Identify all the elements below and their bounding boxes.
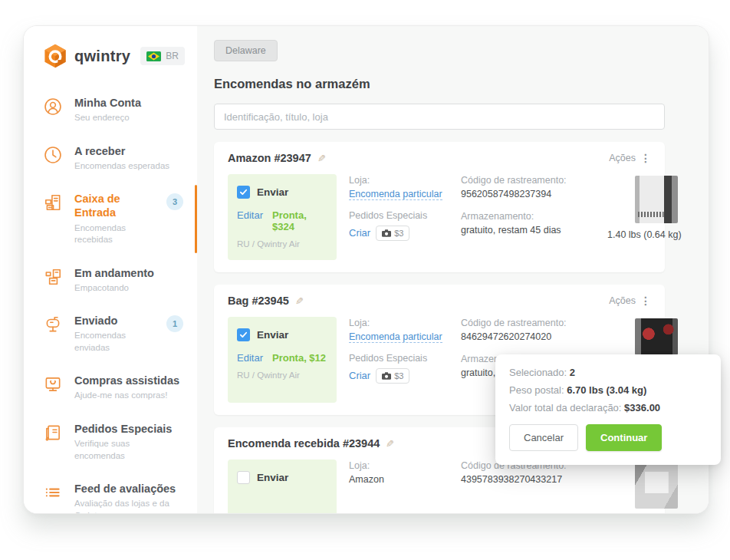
package-photo[interactable] <box>635 176 678 223</box>
shop-label: Loja: <box>349 174 449 186</box>
sidebar-item-sublabel: Encomendas recebidas <box>74 222 156 246</box>
continue-button[interactable]: Continuar <box>586 424 662 451</box>
postal-weight-label: Peso postal: <box>509 384 564 396</box>
tracking-label: Código de rastreamento: <box>461 317 595 329</box>
package-card-23947: Amazon #23947 ✎ Ações ⋮ Enviar <box>214 142 665 272</box>
warehouse-tab-delaware[interactable]: Delaware <box>214 40 278 61</box>
actions-menu-button[interactable]: Ações ⋮ <box>609 295 651 307</box>
sidebar-item-feed-avaliacoes[interactable]: Feed de avaliações Avaliação das lojas e… <box>42 472 197 514</box>
sidebar-item-sublabel: Encomendas esperadas <box>74 160 183 173</box>
mailbox-icon <box>42 315 64 334</box>
ship-panel: Enviar Editar Pronta, $12 RU / Qwintry A… <box>228 317 337 403</box>
create-special-order-link[interactable]: Criar <box>349 227 370 239</box>
tracking-number: 84629472620274020 <box>461 331 595 344</box>
status-text: Pronta, $324 <box>272 209 327 232</box>
country-code: BR <box>166 51 179 61</box>
edit-link[interactable]: Editar <box>237 209 263 232</box>
clock-icon <box>42 145 64 165</box>
tracking-number: 4395783938270433217 <box>461 473 595 486</box>
camera-icon <box>382 229 391 237</box>
cancel-button[interactable]: Cancelar <box>509 424 578 451</box>
list-icon <box>42 483 64 502</box>
photo-fee: $3 <box>394 371 403 380</box>
shop-link[interactable]: Encomenda particular <box>349 331 442 343</box>
package-weight: 1.40 lbs (0.64 kg) <box>607 229 681 240</box>
create-special-order-link[interactable]: Criar <box>349 370 370 381</box>
declaration-total-value: $336.00 <box>624 402 660 413</box>
photo-request-button[interactable]: $3 <box>376 368 409 384</box>
package-title: Amazon #23947 <box>228 152 311 164</box>
actions-label: Ações <box>609 153 636 163</box>
shop-link[interactable]: Encomenda particular <box>349 189 442 200</box>
sidebar-item-sublabel: Ajude-me nas compras! <box>74 390 183 402</box>
storage-value: gratuito, restam 45 dias <box>461 224 595 237</box>
photo-request-button[interactable]: $3 <box>376 226 409 241</box>
country-selector[interactable]: BR <box>140 47 185 65</box>
sidebar-item-pedidos-especiais[interactable]: Pedidos Especiais Verifique suas encomen… <box>42 412 197 472</box>
edit-link[interactable]: Editar <box>237 352 263 364</box>
sidebar-item-label: Feed de avaliações <box>74 483 176 495</box>
shop-value: Amazon <box>349 474 449 485</box>
send-checkbox[interactable]: Enviar <box>237 328 327 341</box>
sidebar-item-label: A receber <box>74 145 125 157</box>
sidebar-item-sublabel: Empacotando <box>74 282 183 295</box>
sidebar: qwintry BR Minha Conta Seu endereço <box>24 26 197 513</box>
status-text: Pronta, $12 <box>272 352 326 364</box>
search-input[interactable] <box>214 104 665 130</box>
ship-panel: Enviar Editar Pronta, $324 RU / Qwintry … <box>228 174 337 260</box>
page-title: Encomendas no armazém <box>214 77 692 91</box>
sidebar-item-label: Em andamento <box>74 267 154 279</box>
send-checkbox[interactable]: Enviar <box>237 471 327 484</box>
package-title: Encomenda recebida #23944 <box>228 437 380 450</box>
ship-panel: Enviar <box>228 460 337 513</box>
inbox-count-badge: 3 <box>166 193 183 210</box>
sent-count-badge: 1 <box>166 315 183 332</box>
qwintry-logo-icon <box>42 43 68 69</box>
sidebar-item-sublabel: Seu endereço <box>74 112 183 124</box>
logo-row: qwintry BR <box>42 43 197 69</box>
route-text: RU / Qwintry Air <box>237 239 327 249</box>
shipment-summary-popup: Selecionado: 2 Peso postal: 6.70 lbs (3.… <box>495 354 721 465</box>
sidebar-item-sublabel: Avaliação das lojas e da Qwintry <box>74 498 183 514</box>
sidebar-item-minha-conta[interactable]: Minha Conta Seu endereço <box>42 86 197 134</box>
monitor-icon <box>42 374 64 394</box>
shop-label: Loja: <box>349 460 449 472</box>
checkbox-checked-icon <box>237 328 250 341</box>
sidebar-item-enviado[interactable]: Enviado Encomendas enviadas 1 <box>42 304 197 364</box>
photo-fee: $3 <box>394 229 403 238</box>
actions-menu-button[interactable]: Ações ⋮ <box>609 152 651 164</box>
postal-weight-value: 6.70 lbs (3.04 kg) <box>567 384 646 396</box>
sidebar-item-a-receber[interactable]: A receber Encomendas esperadas <box>42 134 197 183</box>
route-text: RU / Qwintry Air <box>237 371 327 380</box>
box-icon <box>42 423 64 443</box>
edit-title-icon[interactable]: ✎ <box>386 438 394 450</box>
send-label: Enviar <box>257 329 288 341</box>
checkbox-unchecked-icon <box>237 471 250 484</box>
package-photo[interactable] <box>635 318 678 355</box>
sidebar-item-label: Minha Conta <box>74 97 141 109</box>
sidebar-item-label: Pedidos Especiais <box>74 423 172 435</box>
package-photo[interactable] <box>635 461 678 509</box>
sidebar-item-label: Compras assistidas <box>74 374 179 387</box>
kebab-icon: ⋮ <box>640 295 651 307</box>
checkbox-checked-icon <box>237 186 250 199</box>
sidebar-nav: Minha Conta Seu endereço A receber Encom… <box>42 86 197 514</box>
brazil-flag-icon <box>146 51 161 61</box>
declaration-total-label: Valor total da declaração: <box>509 402 621 413</box>
sidebar-item-label: Caixa de Entrada <box>74 193 120 219</box>
camera-icon <box>382 372 391 380</box>
tracking-label: Código de rastreamento: <box>461 174 595 186</box>
sidebar-item-sublabel: Encomendas enviadas <box>74 330 156 354</box>
send-label: Enviar <box>257 472 288 483</box>
special-orders-label: Pedidos Especiais <box>349 352 449 364</box>
sidebar-item-label: Enviado <box>74 315 117 327</box>
send-label: Enviar <box>257 186 288 198</box>
edit-title-icon[interactable]: ✎ <box>295 295 304 307</box>
inbox-icon <box>42 193 64 212</box>
kebab-icon: ⋮ <box>640 152 651 164</box>
edit-title-icon[interactable]: ✎ <box>317 153 326 164</box>
sidebar-item-caixa-de-entrada[interactable]: Caixa de Entrada Encomendas recebidas 3 <box>42 182 197 255</box>
send-checkbox[interactable]: Enviar <box>237 186 327 199</box>
sidebar-item-em-andamento[interactable]: Em andamento Empacotando <box>42 256 197 305</box>
sidebar-item-compras-assistidas[interactable]: Compras assistidas Ajude-me nas compras! <box>42 364 197 412</box>
